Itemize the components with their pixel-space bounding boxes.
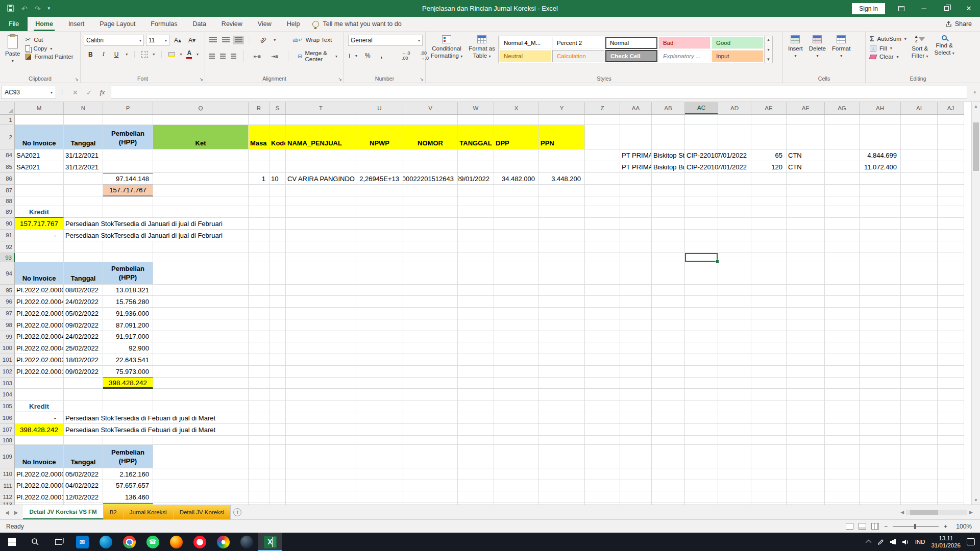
format-as-table-button[interactable]: Format asTable ▾ [465, 34, 498, 61]
cell-AJ85[interactable] [938, 161, 964, 173]
cell-S84[interactable] [270, 149, 286, 161]
cell-W96[interactable] [458, 296, 494, 308]
cell-AD102[interactable] [718, 366, 751, 378]
cell-AB100[interactable] [652, 342, 685, 354]
cell-AF109[interactable] [787, 445, 825, 468]
cell-P105[interactable] [103, 400, 153, 412]
cell-M112[interactable]: PI.2022.02.00010 [15, 491, 64, 503]
font-name-combo[interactable]: Calibri▾ [84, 35, 144, 46]
cell-W2[interactable]: TANGGAL [458, 125, 494, 149]
qat-customize-icon[interactable]: ▾ [47, 6, 50, 11]
cell-T89[interactable] [286, 206, 356, 218]
cell-AF101[interactable] [787, 354, 825, 366]
align-middle-icon[interactable] [222, 37, 230, 43]
cut-button[interactable]: ✂Cut [23, 35, 75, 44]
cell-AF92[interactable] [787, 241, 825, 253]
cell-AI98[interactable] [901, 319, 938, 331]
cell-P112[interactable]: 136.460 [103, 491, 153, 503]
cell-AB108[interactable] [652, 436, 685, 445]
cell-T1[interactable] [286, 115, 356, 125]
cell-S2[interactable]: Kode [270, 125, 286, 149]
row-header-103[interactable]: 103 [0, 378, 15, 389]
cell-AB86[interactable] [652, 173, 685, 185]
cell-AB91[interactable] [652, 230, 685, 241]
cell-W108[interactable] [458, 436, 494, 445]
cell-Q112[interactable] [153, 491, 249, 503]
redo-icon[interactable]: ↷ [35, 5, 41, 12]
cell-AD84[interactable]: 17/01/2022 [718, 149, 751, 161]
taskbar-app-whatsapp[interactable]: ☎ [141, 533, 164, 551]
cell-AF88[interactable] [787, 196, 825, 206]
cell-P102[interactable]: 75.973.000 [103, 366, 153, 378]
cell-N89[interactable] [64, 206, 103, 218]
style-good[interactable]: Good [712, 37, 764, 49]
cell-AJ87[interactable] [938, 185, 964, 196]
cell-Y98[interactable] [539, 319, 585, 331]
cell-AB101[interactable] [652, 354, 685, 366]
cell-AA99[interactable] [620, 331, 652, 342]
cell-AF2[interactable] [787, 125, 825, 149]
row-header-90[interactable]: 90 [0, 218, 15, 230]
cell-AC112[interactable] [685, 491, 718, 503]
cell-Y110[interactable] [539, 468, 585, 480]
row-header-101[interactable]: 101 [0, 354, 15, 366]
cell-AG106[interactable] [825, 412, 860, 424]
style-check-cell[interactable]: Check Cell [605, 50, 657, 62]
cell-Z84[interactable] [585, 149, 620, 161]
cell-AE94[interactable] [751, 262, 787, 285]
cell-V98[interactable] [403, 319, 458, 331]
cell-M108[interactable] [15, 436, 64, 445]
cell-AH93[interactable] [860, 253, 901, 262]
hscroll-right-icon[interactable]: ▶ [969, 510, 973, 515]
expand-formula-bar-icon[interactable]: ▾ [969, 90, 980, 95]
cell-AB97[interactable] [652, 308, 685, 319]
cell-AH104[interactable] [860, 389, 901, 400]
cell-N90[interactable]: Persediaan StokTersedia di Januari di ju… [64, 218, 249, 230]
cell-Q92[interactable] [153, 241, 249, 253]
cell-X94[interactable] [494, 262, 539, 285]
cell-AA95[interactable] [620, 285, 652, 296]
cell-M110[interactable]: PI.2022.02.00003 [15, 468, 64, 480]
cell-N98[interactable]: 09/02/2022 [64, 319, 103, 331]
cell-W106[interactable] [458, 412, 494, 424]
cell-AF91[interactable] [787, 230, 825, 241]
cell-AA106[interactable] [620, 412, 652, 424]
cell-AJ102[interactable] [938, 366, 964, 378]
cell-N93[interactable] [64, 253, 103, 262]
cell-AA89[interactable] [620, 206, 652, 218]
tab-view[interactable]: View [250, 17, 279, 31]
cell-AG97[interactable] [825, 308, 860, 319]
cell-AC95[interactable] [685, 285, 718, 296]
cell-W98[interactable] [458, 319, 494, 331]
taskbar-app-edge[interactable] [94, 533, 117, 551]
cell-Y86[interactable]: 3.448.200 [539, 173, 585, 185]
cell-AH84[interactable]: 4.844.699 [860, 149, 901, 161]
cell-V108[interactable] [403, 436, 458, 445]
cell-V109[interactable] [403, 445, 458, 468]
cell-AG84[interactable] [825, 149, 860, 161]
cell-X89[interactable] [494, 206, 539, 218]
cell-AD1[interactable] [718, 115, 751, 125]
zoom-slider[interactable] [893, 526, 939, 527]
cell-AI95[interactable] [901, 285, 938, 296]
delete-cells-button[interactable]: Delete▾ [806, 34, 829, 60]
cell-AH90[interactable] [860, 218, 901, 230]
cell-AB102[interactable] [652, 366, 685, 378]
autosum-button[interactable]: ΣAutoSum ▾ [868, 34, 909, 44]
cell-N102[interactable]: 09/02/2022 [64, 366, 103, 378]
cell-R84[interactable] [249, 149, 270, 161]
cell-AE91[interactable] [751, 230, 787, 241]
row-header-91[interactable]: 91 [0, 230, 15, 241]
cell-W92[interactable] [458, 241, 494, 253]
cell-W100[interactable] [458, 342, 494, 354]
column-header-AJ[interactable]: AJ [938, 102, 964, 114]
cell-P92[interactable] [103, 241, 153, 253]
align-top-icon[interactable] [209, 37, 217, 43]
alignment-dialog-launcher[interactable]: ↘ [338, 77, 342, 82]
cell-Z101[interactable] [585, 354, 620, 366]
cell-AD96[interactable] [718, 296, 751, 308]
cell-S90[interactable] [270, 218, 286, 230]
cell-AH105[interactable] [860, 400, 901, 412]
cell-AA103[interactable] [620, 378, 652, 389]
cell-Q98[interactable] [153, 319, 249, 331]
